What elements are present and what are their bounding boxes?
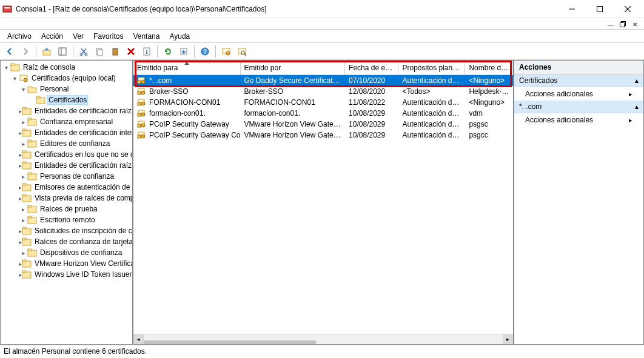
svg-point-75 [141,102,145,105]
find-certificates-button[interactable] [235,44,249,59]
expand-icon[interactable]: ▸ [19,119,27,125]
actions-additional-2[interactable]: Acciones adicionales ▸ [514,113,643,127]
help-button[interactable]: ? [198,44,212,59]
menu-archivo[interactable]: Archivo [2,31,36,42]
folder-open-icon [27,84,37,94]
tree-folder-item[interactable]: ▸Solicitudes de inscripción de certifi [1,225,132,236]
column-friendly-name[interactable]: Nombre desc [465,61,513,75]
tree-certificados[interactable]: Certificados [1,94,132,105]
certificate-icon [19,73,29,83]
delete-button[interactable] [124,44,138,59]
back-button[interactable] [2,44,17,59]
list-body[interactable]: *. .comGo Daddy Secure Certificate Auth.… [133,75,513,334]
tree-folder-item[interactable]: ▸Escritorio remoto [1,214,132,225]
svg-rect-73 [138,91,141,94]
tree-folder-item[interactable]: ▸VMware Horizon View Certificates [1,258,132,269]
tree-folder-item[interactable]: ▸Entidades de certificación intermed [1,127,132,138]
actions-group-certificados[interactable]: Certificados ▴ [514,75,643,87]
tree-folder-item[interactable]: ▸Vista previa de raíces de compilaci [1,193,132,204]
tree-certs-local[interactable]: ▾ Certificados (equipo local) [1,73,132,84]
svg-rect-55 [28,205,32,207]
folder-icon [27,204,37,214]
tree-folder-item[interactable]: ▸Windows Live ID Token Issuer [1,269,132,280]
menu-accion[interactable]: Acción [36,31,68,42]
svg-rect-16 [114,48,116,50]
export-list-button[interactable] [176,44,191,59]
svg-rect-41 [22,129,26,131]
properties-button[interactable] [139,44,154,59]
certificates-button[interactable] [219,44,233,59]
scroll-right-button[interactable]: ▸ [503,334,513,345]
forward-button[interactable] [18,44,33,59]
horizontal-scrollbar[interactable]: ◂ ▸ [133,334,513,344]
up-button[interactable] [39,44,54,59]
tree-folder-item[interactable]: ▸Confianza empresarial [1,116,132,127]
table-row[interactable]: *. .comGo Daddy Secure Certificate Auth.… [133,75,513,86]
minimize-button[interactable] [558,0,586,18]
table-row[interactable]: PCoIP Security Gateway Contro...VMware H… [133,130,513,141]
expand-icon[interactable]: ▸ [19,141,27,147]
tree-folder-item[interactable]: ▸Raíces de prueba [1,204,132,214]
cut-button[interactable] [76,44,91,59]
tree-folder-item[interactable]: ▸Raíces de confianza de tarjetas inte [1,236,132,247]
menu-ver[interactable]: Ver [68,31,89,42]
main-area: ▾ Raíz de consola ▾ Certificados (equipo… [0,60,644,345]
column-issued-to[interactable]: Emitido para [133,61,241,75]
collapse-icon[interactable]: ▾ [2,64,10,71]
table-row[interactable]: formacion-con01.formacion-con01.10/08/20… [133,108,513,119]
tree-folder-item[interactable]: ▸Certificados en los que no se confí [1,149,132,160]
expand-icon[interactable]: ▸ [19,173,27,180]
close-button[interactable] [614,0,642,18]
cell-expiry: 10/08/2029 [345,131,398,139]
svg-text:?: ? [203,48,207,55]
menu-favoritos[interactable]: Favoritos [89,31,128,42]
cell-issued-to: PCoIP Security Gateway Contro... [149,131,241,139]
tree-folder-item[interactable]: ▸Emisores de autenticación de clien [1,182,132,193]
folder-icon [36,95,45,105]
menu-ventana[interactable]: Ventana [128,31,164,42]
svg-rect-37 [22,107,26,109]
svg-point-72 [141,91,145,94]
mdi-close-button[interactable]: ✕ [629,19,640,29]
menu-ayuda[interactable]: Ayuda [164,31,195,42]
tree-folder-item[interactable]: ▸Entidades de certificación raíz de c [1,105,132,116]
tree-personal[interactable]: ▾ Personal [1,84,132,94]
window-title: Consola1 - [Raíz de consola\Certificados… [16,5,558,13]
table-row[interactable]: Broker-SSOBroker-SSO12/08/2020<Todos>Hel… [133,86,513,97]
tree-root[interactable]: ▾ Raíz de consola [1,62,132,73]
tree-folder-item[interactable]: ▸Entidades de certificación raíz de te [1,160,132,171]
cell-issued-to: *. .com [149,76,172,85]
tree-folder-item[interactable]: ▸Editores de confianza [1,138,132,149]
tree-pane[interactable]: ▾ Raíz de consola ▾ Certificados (equipo… [0,60,133,345]
cell-issued-to: PCoIP Security Gateway [149,120,229,128]
table-row[interactable]: PCoIP Security GatewayVMware Horizon Vie… [133,119,513,130]
show-hide-tree-button[interactable] [55,44,70,59]
certificate-icon [137,76,147,85]
collapse-icon[interactable]: ▾ [10,75,19,82]
cell-issued-by: Broker-SSO [241,87,346,96]
refresh-button[interactable] [161,44,175,59]
actions-group-selected-cert[interactable]: *. .com ▴ [514,101,643,113]
collapse-icon[interactable]: ▾ [19,86,27,93]
column-expiry[interactable]: Fecha de expir... [345,61,398,75]
paste-button[interactable] [108,44,122,59]
svg-rect-65 [22,260,26,262]
scroll-left-button[interactable]: ◂ [133,334,144,345]
mdi-restore-button[interactable] [617,19,628,29]
tree-folder-item[interactable]: ▸Personas de confianza [1,171,132,182]
menubar: Archivo Acción Ver Favoritos Ventana Ayu… [0,30,644,43]
tree-folder-item[interactable]: ▸Dispositivos de confianza [1,247,132,258]
column-purposes[interactable]: Propósitos plantea... [398,61,465,75]
column-issued-by[interactable]: Emitido por [241,61,346,75]
table-row[interactable]: FORMACION-CON01FORMACION-CON0111/08/2022… [133,97,513,108]
maximize-button[interactable] [586,0,614,18]
copy-button[interactable] [92,44,107,59]
actions-additional-1[interactable]: Acciones adicionales ▸ [514,87,643,101]
expand-icon[interactable]: ▸ [19,206,27,213]
expand-icon[interactable]: ▸ [19,217,27,224]
folder-icon [27,215,37,225]
mdi-minimize-button[interactable]: — [605,19,616,29]
list-pane[interactable]: Emitido para Emitido por Fecha de expir.… [133,60,514,345]
scroll-thumb[interactable] [144,340,316,345]
expand-icon[interactable]: ▸ [19,250,27,256]
